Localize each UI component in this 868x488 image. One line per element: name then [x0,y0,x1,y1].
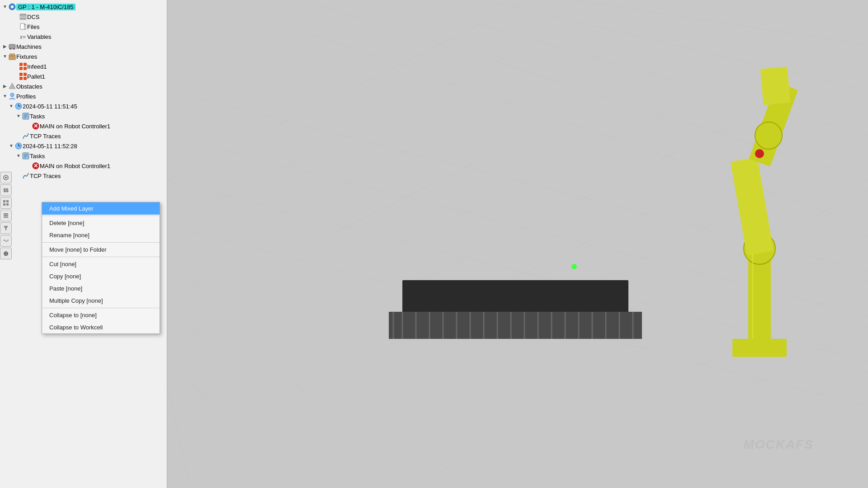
svg-point-44 [5,177,7,178]
grid-background [167,0,868,488]
ctx-multiple-copy[interactable]: Multiple Copy [none] [42,295,160,307]
watermark: MOCKAFS [743,437,814,452]
tree-item-ts2[interactable]: ▼ 2024-05-11 11:52:28 [0,141,167,151]
ctx-sep4 [42,308,160,308]
svg-point-1 [11,5,14,8]
svg-text:x=: x= [19,34,26,40]
svg-point-110 [755,122,782,149]
tree-item-fixtures[interactable]: ▼ Fixtures [0,52,167,61]
toggle-gp1[interactable]: ▼ [2,4,8,10]
infeed1-icon [19,62,27,70]
tree-item-ts1[interactable]: ▼ 2024-05-11 11:51:45 [0,101,167,111]
ctx-delete[interactable]: Delete [none] [42,217,160,229]
tree-item-gp1[interactable]: ▼ GP : 1 - M-410iC/185 [0,2,167,12]
pallet1-icon [19,72,27,80]
profiles-label: Profiles [16,93,36,100]
error1-icon: ✕ [32,122,40,130]
svg-text:DCS: DCS [20,15,27,19]
toolbar-btn-waves[interactable] [0,235,12,247]
error2-icon: ✕ [32,162,40,170]
tree-item-tasks1[interactable]: ▼ Tasks [0,111,167,121]
svg-rect-49 [4,213,8,215]
variables-icon: x= [19,33,27,41]
profiles-icon [8,92,16,100]
tree-item-profiles[interactable]: ▼ Profiles [0,91,167,101]
tree-item-obstacles[interactable]: ▶ ! Obstacles [0,81,167,91]
toggle-fixtures[interactable]: ▼ [2,53,8,60]
infeed1-label: Infeed1 [27,63,47,70]
ctx-sep3 [42,257,160,257]
left-panel: ▼ GP : 1 - M-410iC/185 ▶ DCS DCS ▶ [0,0,167,488]
tree-item-main1[interactable]: ▶ ✕ MAIN on Robot Controller1 [0,121,167,131]
svg-rect-20 [19,77,23,80]
tree-container: ▼ GP : 1 - M-410iC/185 ▶ DCS DCS ▶ [0,0,167,183]
tasks2-icon [22,152,30,160]
dcs-label: DCS [27,14,39,20]
svg-marker-52 [4,226,8,230]
tree-item-files[interactable]: ▶ Files [0,22,167,32]
svg-rect-50 [4,215,8,216]
files-icon [19,23,27,31]
tcp1-label: TCP Traces [30,133,61,140]
toggle-ts1[interactable]: ▼ [8,103,14,109]
svg-rect-21 [24,77,27,80]
svg-point-10 [13,48,15,50]
machines-label: Machines [16,43,42,50]
ts2-label: 2024-05-11 11:52:28 [23,143,77,150]
toolbar-btn-gear[interactable] [0,172,12,183]
svg-text:!: ! [12,85,13,89]
ctx-rename[interactable]: Rename [none] [42,229,160,241]
svg-rect-46 [6,200,9,202]
toggle-ts2[interactable]: ▼ [8,143,14,149]
svg-point-24 [10,93,14,97]
dcs-icon: DCS [19,13,27,21]
tree-item-tasks2[interactable]: ▼ Tasks [0,151,167,161]
machines-icon [8,42,16,51]
tcp1-icon [22,132,30,140]
svg-rect-111 [760,67,791,105]
tree-item-tcp2[interactable]: ▶ TCP Traces [0,171,167,181]
tree-item-main2[interactable]: ▶ ✕ MAIN on Robot Controller1 [0,161,167,171]
context-menu: Add Mixed Layer Delete [none] Rename [no… [42,202,160,334]
toolbar-btn-filter[interactable] [0,222,12,234]
tree-item-variables[interactable]: ▶ x= Variables [0,32,167,42]
toggle-tasks2[interactable]: ▼ [15,153,22,159]
side-toolbar: $$ ⊕ [0,172,12,259]
toggle-tasks1[interactable]: ▼ [15,113,22,119]
tcp2-icon [22,172,30,180]
tree-item-tcp1[interactable]: ▶ TCP Traces [0,131,167,141]
toggle-obstacles[interactable]: ▶ [2,83,8,89]
files-label: Files [27,23,39,30]
svg-rect-48 [6,203,9,206]
toolbar-btn-dollar[interactable]: $$ [0,184,12,196]
toggle-profiles[interactable]: ▼ [2,93,8,99]
toolbar-btn-layers[interactable] [0,210,12,221]
svg-rect-84 [389,312,642,339]
ctx-add-mixed-layer[interactable]: Add Mixed Layer [42,202,160,215]
ctx-collapse-to[interactable]: Collapse to [none] [42,309,160,321]
tree-item-infeed1[interactable]: ▶ Infeed1 [0,61,167,71]
ctx-collapse-to-workcell[interactable]: Collapse to Workcell [42,321,160,333]
toolbar-btn-grid[interactable] [0,197,12,209]
svg-rect-6 [24,25,26,29]
svg-rect-13 [13,54,14,56]
pallet1-label: Pallet1 [27,73,45,80]
main1-label: MAIN on Robot Controller1 [40,123,110,130]
ctx-paste[interactable]: Paste [none] [42,282,160,295]
ts1-label: 2024-05-11 11:51:45 [23,103,77,110]
svg-rect-51 [4,217,8,218]
tasks2-label: Tasks [30,153,45,160]
toolbar-btn-plus[interactable]: ⊕ [0,248,12,259]
ts2-icon [14,142,23,150]
toggle-machines[interactable]: ▶ [2,43,8,50]
ctx-move-to-folder[interactable]: Move [none] to Folder [42,244,160,256]
main2-label: MAIN on Robot Controller1 [40,163,110,169]
ctx-copy[interactable]: Copy [none] [42,270,160,282]
tree-item-pallet1[interactable]: ▶ Pallet1 [0,71,167,81]
svg-rect-17 [24,67,27,70]
variables-label: Variables [27,33,51,40]
svg-text:✕: ✕ [33,123,38,129]
ctx-cut[interactable]: Cut [none] [42,258,160,270]
tree-item-dcs[interactable]: ▶ DCS DCS [0,12,167,22]
tree-item-machines[interactable]: ▶ Machines [0,42,167,52]
